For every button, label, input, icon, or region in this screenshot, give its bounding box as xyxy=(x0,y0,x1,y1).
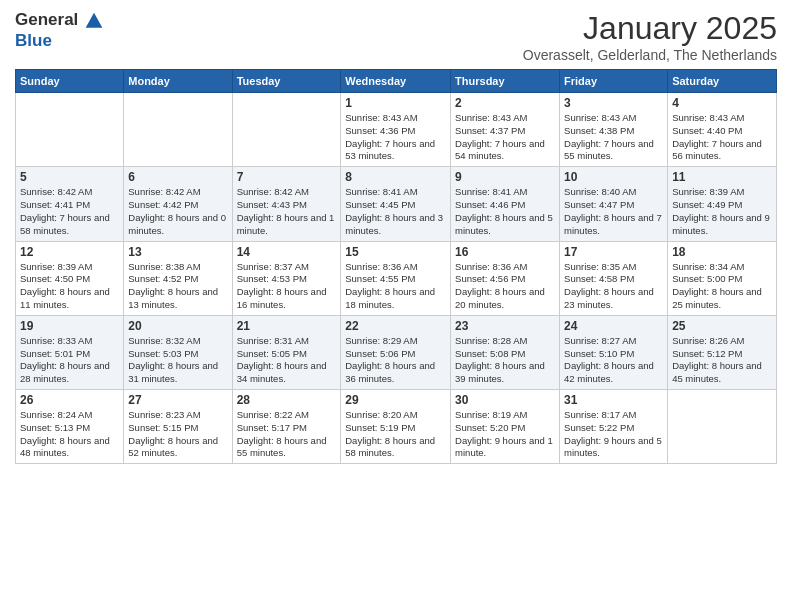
calendar-week-row: 26Sunrise: 8:24 AM Sunset: 5:13 PM Dayli… xyxy=(16,390,777,464)
day-number: 11 xyxy=(672,170,772,184)
calendar-cell: 19Sunrise: 8:33 AM Sunset: 5:01 PM Dayli… xyxy=(16,315,124,389)
day-number: 16 xyxy=(455,245,555,259)
day-info: Sunrise: 8:36 AM Sunset: 4:55 PM Dayligh… xyxy=(345,261,446,312)
calendar-cell: 30Sunrise: 8:19 AM Sunset: 5:20 PM Dayli… xyxy=(451,390,560,464)
calendar-cell xyxy=(16,93,124,167)
logo-general: General xyxy=(15,10,104,31)
calendar-cell: 27Sunrise: 8:23 AM Sunset: 5:15 PM Dayli… xyxy=(124,390,232,464)
calendar-day-header: Tuesday xyxy=(232,70,341,93)
title-block: January 2025 Overasselt, Gelderland, The… xyxy=(523,10,777,63)
day-info: Sunrise: 8:43 AM Sunset: 4:40 PM Dayligh… xyxy=(672,112,772,163)
calendar-cell: 15Sunrise: 8:36 AM Sunset: 4:55 PM Dayli… xyxy=(341,241,451,315)
calendar-cell: 17Sunrise: 8:35 AM Sunset: 4:58 PM Dayli… xyxy=(560,241,668,315)
day-number: 9 xyxy=(455,170,555,184)
day-number: 23 xyxy=(455,319,555,333)
calendar-cell: 11Sunrise: 8:39 AM Sunset: 4:49 PM Dayli… xyxy=(668,167,777,241)
day-number: 17 xyxy=(564,245,663,259)
day-number: 8 xyxy=(345,170,446,184)
calendar-table: SundayMondayTuesdayWednesdayThursdayFrid… xyxy=(15,69,777,464)
calendar-week-row: 19Sunrise: 8:33 AM Sunset: 5:01 PM Dayli… xyxy=(16,315,777,389)
calendar-day-header: Saturday xyxy=(668,70,777,93)
calendar-cell: 28Sunrise: 8:22 AM Sunset: 5:17 PM Dayli… xyxy=(232,390,341,464)
day-number: 1 xyxy=(345,96,446,110)
day-number: 22 xyxy=(345,319,446,333)
calendar-cell: 16Sunrise: 8:36 AM Sunset: 4:56 PM Dayli… xyxy=(451,241,560,315)
calendar-body: 1Sunrise: 8:43 AM Sunset: 4:36 PM Daylig… xyxy=(16,93,777,464)
day-number: 18 xyxy=(672,245,772,259)
day-info: Sunrise: 8:41 AM Sunset: 4:45 PM Dayligh… xyxy=(345,186,446,237)
calendar-cell xyxy=(124,93,232,167)
day-info: Sunrise: 8:43 AM Sunset: 4:36 PM Dayligh… xyxy=(345,112,446,163)
calendar-cell: 26Sunrise: 8:24 AM Sunset: 5:13 PM Dayli… xyxy=(16,390,124,464)
day-info: Sunrise: 8:29 AM Sunset: 5:06 PM Dayligh… xyxy=(345,335,446,386)
day-info: Sunrise: 8:39 AM Sunset: 4:49 PM Dayligh… xyxy=(672,186,772,237)
logo-icon xyxy=(84,11,104,31)
calendar-cell: 9Sunrise: 8:41 AM Sunset: 4:46 PM Daylig… xyxy=(451,167,560,241)
day-info: Sunrise: 8:27 AM Sunset: 5:10 PM Dayligh… xyxy=(564,335,663,386)
day-info: Sunrise: 8:19 AM Sunset: 5:20 PM Dayligh… xyxy=(455,409,555,460)
day-number: 15 xyxy=(345,245,446,259)
day-info: Sunrise: 8:34 AM Sunset: 5:00 PM Dayligh… xyxy=(672,261,772,312)
day-info: Sunrise: 8:37 AM Sunset: 4:53 PM Dayligh… xyxy=(237,261,337,312)
day-number: 27 xyxy=(128,393,227,407)
calendar-cell: 4Sunrise: 8:43 AM Sunset: 4:40 PM Daylig… xyxy=(668,93,777,167)
day-info: Sunrise: 8:17 AM Sunset: 5:22 PM Dayligh… xyxy=(564,409,663,460)
day-number: 5 xyxy=(20,170,119,184)
day-number: 21 xyxy=(237,319,337,333)
day-info: Sunrise: 8:42 AM Sunset: 4:42 PM Dayligh… xyxy=(128,186,227,237)
month-title: January 2025 xyxy=(523,10,777,47)
calendar-cell: 31Sunrise: 8:17 AM Sunset: 5:22 PM Dayli… xyxy=(560,390,668,464)
calendar-cell: 5Sunrise: 8:42 AM Sunset: 4:41 PM Daylig… xyxy=(16,167,124,241)
day-number: 6 xyxy=(128,170,227,184)
day-info: Sunrise: 8:24 AM Sunset: 5:13 PM Dayligh… xyxy=(20,409,119,460)
calendar-cell: 8Sunrise: 8:41 AM Sunset: 4:45 PM Daylig… xyxy=(341,167,451,241)
calendar-week-row: 1Sunrise: 8:43 AM Sunset: 4:36 PM Daylig… xyxy=(16,93,777,167)
day-number: 4 xyxy=(672,96,772,110)
location: Overasselt, Gelderland, The Netherlands xyxy=(523,47,777,63)
calendar-cell xyxy=(232,93,341,167)
day-number: 2 xyxy=(455,96,555,110)
day-number: 25 xyxy=(672,319,772,333)
calendar-day-header: Wednesday xyxy=(341,70,451,93)
day-number: 31 xyxy=(564,393,663,407)
day-number: 28 xyxy=(237,393,337,407)
day-info: Sunrise: 8:20 AM Sunset: 5:19 PM Dayligh… xyxy=(345,409,446,460)
calendar-cell: 22Sunrise: 8:29 AM Sunset: 5:06 PM Dayli… xyxy=(341,315,451,389)
day-number: 10 xyxy=(564,170,663,184)
day-info: Sunrise: 8:43 AM Sunset: 4:38 PM Dayligh… xyxy=(564,112,663,163)
day-number: 19 xyxy=(20,319,119,333)
calendar-day-header: Thursday xyxy=(451,70,560,93)
calendar-cell xyxy=(668,390,777,464)
calendar-cell: 24Sunrise: 8:27 AM Sunset: 5:10 PM Dayli… xyxy=(560,315,668,389)
day-info: Sunrise: 8:31 AM Sunset: 5:05 PM Dayligh… xyxy=(237,335,337,386)
calendar-cell: 2Sunrise: 8:43 AM Sunset: 4:37 PM Daylig… xyxy=(451,93,560,167)
calendar-week-row: 12Sunrise: 8:39 AM Sunset: 4:50 PM Dayli… xyxy=(16,241,777,315)
day-info: Sunrise: 8:40 AM Sunset: 4:47 PM Dayligh… xyxy=(564,186,663,237)
day-number: 30 xyxy=(455,393,555,407)
day-info: Sunrise: 8:32 AM Sunset: 5:03 PM Dayligh… xyxy=(128,335,227,386)
calendar-cell: 23Sunrise: 8:28 AM Sunset: 5:08 PM Dayli… xyxy=(451,315,560,389)
day-info: Sunrise: 8:42 AM Sunset: 4:41 PM Dayligh… xyxy=(20,186,119,237)
day-info: Sunrise: 8:26 AM Sunset: 5:12 PM Dayligh… xyxy=(672,335,772,386)
calendar-cell: 10Sunrise: 8:40 AM Sunset: 4:47 PM Dayli… xyxy=(560,167,668,241)
calendar-week-row: 5Sunrise: 8:42 AM Sunset: 4:41 PM Daylig… xyxy=(16,167,777,241)
page-container: General Blue January 2025 Overasselt, Ge… xyxy=(0,0,792,474)
day-number: 13 xyxy=(128,245,227,259)
calendar-cell: 21Sunrise: 8:31 AM Sunset: 5:05 PM Dayli… xyxy=(232,315,341,389)
day-number: 20 xyxy=(128,319,227,333)
calendar-cell: 1Sunrise: 8:43 AM Sunset: 4:36 PM Daylig… xyxy=(341,93,451,167)
header: General Blue January 2025 Overasselt, Ge… xyxy=(15,10,777,63)
calendar-cell: 18Sunrise: 8:34 AM Sunset: 5:00 PM Dayli… xyxy=(668,241,777,315)
logo: General Blue xyxy=(15,10,104,50)
calendar-cell: 14Sunrise: 8:37 AM Sunset: 4:53 PM Dayli… xyxy=(232,241,341,315)
day-info: Sunrise: 8:43 AM Sunset: 4:37 PM Dayligh… xyxy=(455,112,555,163)
day-info: Sunrise: 8:36 AM Sunset: 4:56 PM Dayligh… xyxy=(455,261,555,312)
calendar-day-header: Friday xyxy=(560,70,668,93)
day-info: Sunrise: 8:33 AM Sunset: 5:01 PM Dayligh… xyxy=(20,335,119,386)
day-number: 26 xyxy=(20,393,119,407)
calendar-day-header: Sunday xyxy=(16,70,124,93)
day-info: Sunrise: 8:35 AM Sunset: 4:58 PM Dayligh… xyxy=(564,261,663,312)
day-info: Sunrise: 8:42 AM Sunset: 4:43 PM Dayligh… xyxy=(237,186,337,237)
calendar-cell: 3Sunrise: 8:43 AM Sunset: 4:38 PM Daylig… xyxy=(560,93,668,167)
day-info: Sunrise: 8:38 AM Sunset: 4:52 PM Dayligh… xyxy=(128,261,227,312)
